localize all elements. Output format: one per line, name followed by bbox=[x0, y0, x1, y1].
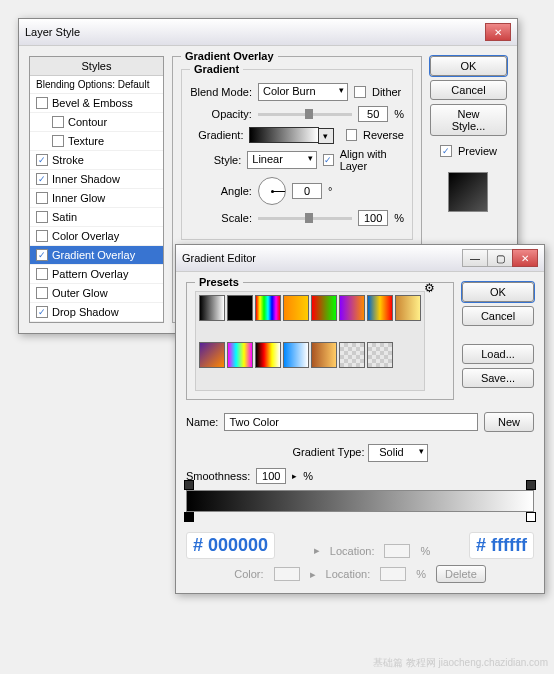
gradient-editor-title: Gradient Editor bbox=[182, 252, 256, 264]
style-item-texture[interactable]: Texture bbox=[30, 132, 163, 151]
scale-label: Scale: bbox=[190, 212, 252, 224]
preset-swatch[interactable] bbox=[255, 295, 281, 321]
gradient-picker[interactable] bbox=[249, 127, 318, 143]
preset-swatch[interactable] bbox=[283, 342, 309, 368]
style-checkbox[interactable] bbox=[52, 116, 64, 128]
preview-label: Preview bbox=[458, 145, 497, 157]
styles-header[interactable]: Styles bbox=[30, 57, 163, 76]
presets-menu-icon[interactable]: ⚙ bbox=[424, 281, 435, 295]
dither-checkbox[interactable] bbox=[354, 86, 366, 98]
angle-input[interactable]: 0 bbox=[292, 183, 322, 199]
opacity-slider[interactable] bbox=[258, 113, 352, 116]
style-item-gradient-overlay[interactable]: Gradient Overlay bbox=[30, 246, 163, 265]
preset-swatch[interactable] bbox=[339, 295, 365, 321]
hex-right-label: # ffffff bbox=[469, 532, 534, 559]
scale-unit: % bbox=[394, 212, 404, 224]
color-stop-left[interactable] bbox=[184, 512, 194, 522]
stops-detail: ▸Location: % bbox=[314, 542, 430, 559]
delete-button[interactable]: Delete bbox=[436, 565, 486, 583]
style-checkbox[interactable] bbox=[36, 249, 48, 261]
preset-swatch[interactable] bbox=[199, 342, 225, 368]
save-button[interactable]: Save... bbox=[462, 368, 534, 388]
smoothness-dropdown-icon[interactable]: ▸ bbox=[292, 471, 297, 481]
location-input-2[interactable] bbox=[380, 567, 406, 581]
smoothness-input[interactable]: 100 bbox=[256, 468, 286, 484]
scale-slider[interactable] bbox=[258, 217, 352, 220]
gradient-type-select[interactable]: Solid bbox=[368, 444, 428, 462]
gradient-ramp[interactable] bbox=[186, 490, 534, 512]
gradient-editor-titlebar[interactable]: Gradient Editor — ▢ ✕ bbox=[176, 245, 544, 272]
cancel-button[interactable]: Cancel bbox=[430, 80, 507, 100]
style-checkbox[interactable] bbox=[36, 306, 48, 318]
opacity-unit: % bbox=[394, 108, 404, 120]
preset-swatch[interactable] bbox=[311, 342, 337, 368]
layer-style-titlebar[interactable]: Layer Style ✕ bbox=[19, 19, 517, 46]
style-item-outer-glow[interactable]: Outer Glow bbox=[30, 284, 163, 303]
style-select[interactable]: Linear bbox=[247, 151, 317, 169]
style-label: Gradient Overlay bbox=[52, 249, 135, 261]
style-item-inner-glow[interactable]: Inner Glow bbox=[30, 189, 163, 208]
style-checkbox[interactable] bbox=[36, 230, 48, 242]
ge-cancel-button[interactable]: Cancel bbox=[462, 306, 534, 326]
hex-left-label: # 000000 bbox=[186, 532, 275, 559]
close-icon[interactable]: ✕ bbox=[512, 249, 538, 267]
color-swatch[interactable] bbox=[274, 567, 300, 581]
style-checkbox[interactable] bbox=[36, 211, 48, 223]
blending-options-item[interactable]: Blending Options: Default bbox=[30, 76, 163, 94]
preset-swatch[interactable] bbox=[339, 342, 365, 368]
style-item-satin[interactable]: Satin bbox=[30, 208, 163, 227]
reverse-label: Reverse bbox=[363, 129, 404, 141]
presets-legend: Presets bbox=[195, 276, 243, 288]
gradient-inner-group: Gradient Blend Mode: Color Burn Dither O… bbox=[181, 69, 413, 240]
preset-swatch[interactable] bbox=[227, 295, 253, 321]
load-button[interactable]: Load... bbox=[462, 344, 534, 364]
ge-ok-button[interactable]: OK bbox=[462, 282, 534, 302]
name-input[interactable] bbox=[224, 413, 478, 431]
preset-swatch[interactable] bbox=[395, 295, 421, 321]
close-icon[interactable]: ✕ bbox=[485, 23, 511, 41]
reverse-checkbox[interactable] bbox=[346, 129, 357, 141]
scale-input[interactable]: 100 bbox=[358, 210, 388, 226]
preset-swatch[interactable] bbox=[199, 295, 225, 321]
style-label: Satin bbox=[52, 211, 77, 223]
preset-swatch[interactable] bbox=[227, 342, 253, 368]
new-button[interactable]: New bbox=[484, 412, 534, 432]
location-input[interactable] bbox=[384, 544, 410, 558]
style-label: Style: bbox=[190, 154, 241, 166]
style-item-stroke[interactable]: Stroke bbox=[30, 151, 163, 170]
maximize-icon[interactable]: ▢ bbox=[487, 249, 513, 267]
style-checkbox[interactable] bbox=[36, 268, 48, 280]
style-checkbox[interactable] bbox=[36, 97, 48, 109]
style-label: Bevel & Emboss bbox=[52, 97, 133, 109]
preset-swatch[interactable] bbox=[283, 295, 309, 321]
style-checkbox[interactable] bbox=[36, 192, 48, 204]
opacity-stop-left[interactable] bbox=[184, 480, 194, 490]
preset-swatch[interactable] bbox=[367, 295, 393, 321]
style-checkbox[interactable] bbox=[36, 173, 48, 185]
color-stop-right[interactable] bbox=[526, 512, 536, 522]
angle-unit: ° bbox=[328, 185, 332, 197]
ok-button[interactable]: OK bbox=[430, 56, 507, 76]
minimize-icon[interactable]: — bbox=[462, 249, 488, 267]
preset-swatch[interactable] bbox=[311, 295, 337, 321]
preset-swatch[interactable] bbox=[255, 342, 281, 368]
align-checkbox[interactable] bbox=[323, 154, 333, 166]
blend-mode-select[interactable]: Color Burn bbox=[258, 83, 348, 101]
opacity-stop-right[interactable] bbox=[526, 480, 536, 490]
style-item-inner-shadow[interactable]: Inner Shadow bbox=[30, 170, 163, 189]
opacity-input[interactable]: 50 bbox=[358, 106, 388, 122]
style-item-drop-shadow[interactable]: Drop Shadow bbox=[30, 303, 163, 322]
style-checkbox[interactable] bbox=[36, 287, 48, 299]
style-item-contour[interactable]: Contour bbox=[30, 113, 163, 132]
style-checkbox[interactable] bbox=[36, 154, 48, 166]
style-item-bevel-emboss[interactable]: Bevel & Emboss bbox=[30, 94, 163, 113]
color-label: Color: bbox=[234, 568, 263, 580]
style-item-color-overlay[interactable]: Color Overlay bbox=[30, 227, 163, 246]
angle-dial[interactable] bbox=[258, 177, 286, 205]
new-style-button[interactable]: New Style... bbox=[430, 104, 507, 136]
style-item-pattern-overlay[interactable]: Pattern Overlay bbox=[30, 265, 163, 284]
style-checkbox[interactable] bbox=[52, 135, 64, 147]
preset-swatch[interactable] bbox=[367, 342, 393, 368]
preview-swatch bbox=[448, 172, 488, 212]
preview-checkbox[interactable] bbox=[440, 145, 452, 157]
